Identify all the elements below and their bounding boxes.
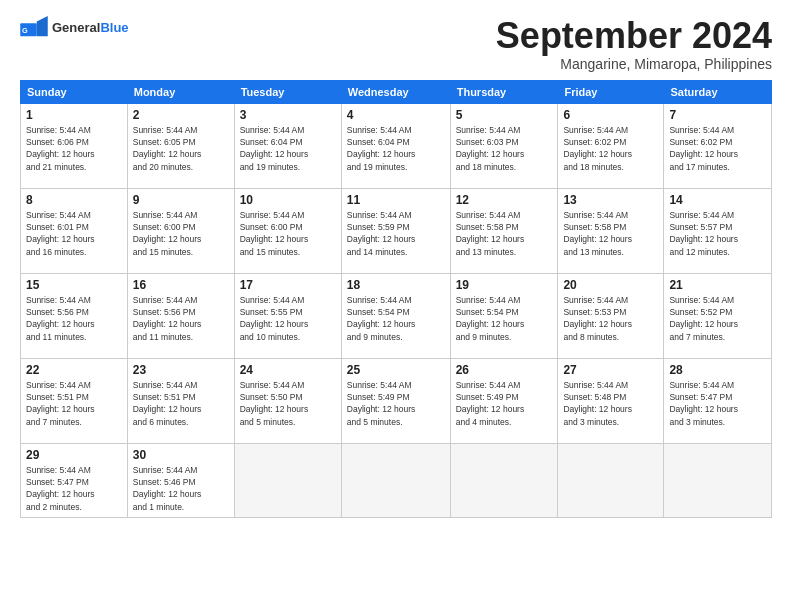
col-wednesday: Wednesday bbox=[341, 80, 450, 103]
day-info: Sunrise: 5:44 AM Sunset: 5:50 PM Dayligh… bbox=[240, 379, 336, 428]
table-row: 6Sunrise: 5:44 AM Sunset: 6:02 PM Daylig… bbox=[558, 103, 664, 188]
table-row: 10Sunrise: 5:44 AM Sunset: 6:00 PM Dayli… bbox=[234, 188, 341, 273]
day-info: Sunrise: 5:44 AM Sunset: 5:47 PM Dayligh… bbox=[26, 464, 122, 513]
location: Mangarine, Mimaropa, Philippines bbox=[496, 56, 772, 72]
day-info: Sunrise: 5:44 AM Sunset: 5:48 PM Dayligh… bbox=[563, 379, 658, 428]
day-number: 23 bbox=[133, 363, 229, 377]
day-info: Sunrise: 5:44 AM Sunset: 5:58 PM Dayligh… bbox=[456, 209, 553, 258]
day-number: 26 bbox=[456, 363, 553, 377]
col-tuesday: Tuesday bbox=[234, 80, 341, 103]
table-row: 13Sunrise: 5:44 AM Sunset: 5:58 PM Dayli… bbox=[558, 188, 664, 273]
calendar-table: Sunday Monday Tuesday Wednesday Thursday… bbox=[20, 80, 772, 518]
table-row: 30Sunrise: 5:44 AM Sunset: 5:46 PM Dayli… bbox=[127, 443, 234, 517]
table-row bbox=[341, 443, 450, 517]
day-number: 1 bbox=[26, 108, 122, 122]
table-row: 1Sunrise: 5:44 AM Sunset: 6:06 PM Daylig… bbox=[21, 103, 128, 188]
table-row: 7Sunrise: 5:44 AM Sunset: 6:02 PM Daylig… bbox=[664, 103, 772, 188]
day-info: Sunrise: 5:44 AM Sunset: 5:52 PM Dayligh… bbox=[669, 294, 766, 343]
table-row: 11Sunrise: 5:44 AM Sunset: 5:59 PM Dayli… bbox=[341, 188, 450, 273]
table-row: 28Sunrise: 5:44 AM Sunset: 5:47 PM Dayli… bbox=[664, 358, 772, 443]
col-monday: Monday bbox=[127, 80, 234, 103]
day-number: 14 bbox=[669, 193, 766, 207]
day-info: Sunrise: 5:44 AM Sunset: 6:00 PM Dayligh… bbox=[133, 209, 229, 258]
day-number: 15 bbox=[26, 278, 122, 292]
day-info: Sunrise: 5:44 AM Sunset: 6:06 PM Dayligh… bbox=[26, 124, 122, 173]
logo: G GeneralBlue bbox=[20, 16, 129, 38]
page: G GeneralBlue September 2024 Mangarine, … bbox=[0, 0, 792, 612]
day-info: Sunrise: 5:44 AM Sunset: 5:59 PM Dayligh… bbox=[347, 209, 445, 258]
day-info: Sunrise: 5:44 AM Sunset: 6:02 PM Dayligh… bbox=[563, 124, 658, 173]
day-info: Sunrise: 5:44 AM Sunset: 5:51 PM Dayligh… bbox=[133, 379, 229, 428]
day-number: 22 bbox=[26, 363, 122, 377]
table-row: 5Sunrise: 5:44 AM Sunset: 6:03 PM Daylig… bbox=[450, 103, 558, 188]
day-number: 10 bbox=[240, 193, 336, 207]
table-row: 27Sunrise: 5:44 AM Sunset: 5:48 PM Dayli… bbox=[558, 358, 664, 443]
day-info: Sunrise: 5:44 AM Sunset: 6:05 PM Dayligh… bbox=[133, 124, 229, 173]
svg-marker-1 bbox=[37, 16, 48, 36]
month-title: September 2024 bbox=[496, 16, 772, 56]
table-row bbox=[664, 443, 772, 517]
table-row: 26Sunrise: 5:44 AM Sunset: 5:49 PM Dayli… bbox=[450, 358, 558, 443]
table-row: 22Sunrise: 5:44 AM Sunset: 5:51 PM Dayli… bbox=[21, 358, 128, 443]
day-number: 5 bbox=[456, 108, 553, 122]
logo-general: General bbox=[52, 20, 100, 35]
col-thursday: Thursday bbox=[450, 80, 558, 103]
day-number: 19 bbox=[456, 278, 553, 292]
table-row: 3Sunrise: 5:44 AM Sunset: 6:04 PM Daylig… bbox=[234, 103, 341, 188]
day-info: Sunrise: 5:44 AM Sunset: 6:02 PM Dayligh… bbox=[669, 124, 766, 173]
day-number: 21 bbox=[669, 278, 766, 292]
table-row: 8Sunrise: 5:44 AM Sunset: 6:01 PM Daylig… bbox=[21, 188, 128, 273]
day-info: Sunrise: 5:44 AM Sunset: 6:01 PM Dayligh… bbox=[26, 209, 122, 258]
col-friday: Friday bbox=[558, 80, 664, 103]
day-info: Sunrise: 5:44 AM Sunset: 5:56 PM Dayligh… bbox=[26, 294, 122, 343]
table-row bbox=[234, 443, 341, 517]
col-saturday: Saturday bbox=[664, 80, 772, 103]
day-info: Sunrise: 5:44 AM Sunset: 5:53 PM Dayligh… bbox=[563, 294, 658, 343]
logo-blue: Blue bbox=[100, 20, 128, 35]
day-number: 20 bbox=[563, 278, 658, 292]
day-number: 24 bbox=[240, 363, 336, 377]
day-info: Sunrise: 5:44 AM Sunset: 5:47 PM Dayligh… bbox=[669, 379, 766, 428]
day-number: 11 bbox=[347, 193, 445, 207]
day-number: 17 bbox=[240, 278, 336, 292]
day-info: Sunrise: 5:44 AM Sunset: 6:04 PM Dayligh… bbox=[240, 124, 336, 173]
day-number: 12 bbox=[456, 193, 553, 207]
day-number: 28 bbox=[669, 363, 766, 377]
table-row: 15Sunrise: 5:44 AM Sunset: 5:56 PM Dayli… bbox=[21, 273, 128, 358]
day-number: 30 bbox=[133, 448, 229, 462]
header: G GeneralBlue September 2024 Mangarine, … bbox=[20, 16, 772, 72]
day-info: Sunrise: 5:44 AM Sunset: 5:55 PM Dayligh… bbox=[240, 294, 336, 343]
svg-text:G: G bbox=[22, 26, 28, 35]
calendar-header-row: Sunday Monday Tuesday Wednesday Thursday… bbox=[21, 80, 772, 103]
table-row: 25Sunrise: 5:44 AM Sunset: 5:49 PM Dayli… bbox=[341, 358, 450, 443]
day-info: Sunrise: 5:44 AM Sunset: 5:54 PM Dayligh… bbox=[456, 294, 553, 343]
table-row: 12Sunrise: 5:44 AM Sunset: 5:58 PM Dayli… bbox=[450, 188, 558, 273]
day-number: 16 bbox=[133, 278, 229, 292]
table-row: 20Sunrise: 5:44 AM Sunset: 5:53 PM Dayli… bbox=[558, 273, 664, 358]
table-row: 24Sunrise: 5:44 AM Sunset: 5:50 PM Dayli… bbox=[234, 358, 341, 443]
table-row: 23Sunrise: 5:44 AM Sunset: 5:51 PM Dayli… bbox=[127, 358, 234, 443]
day-number: 2 bbox=[133, 108, 229, 122]
table-row: 19Sunrise: 5:44 AM Sunset: 5:54 PM Dayli… bbox=[450, 273, 558, 358]
day-info: Sunrise: 5:44 AM Sunset: 5:57 PM Dayligh… bbox=[669, 209, 766, 258]
day-info: Sunrise: 5:44 AM Sunset: 6:03 PM Dayligh… bbox=[456, 124, 553, 173]
table-row: 18Sunrise: 5:44 AM Sunset: 5:54 PM Dayli… bbox=[341, 273, 450, 358]
day-number: 25 bbox=[347, 363, 445, 377]
table-row: 21Sunrise: 5:44 AM Sunset: 5:52 PM Dayli… bbox=[664, 273, 772, 358]
table-row: 4Sunrise: 5:44 AM Sunset: 6:04 PM Daylig… bbox=[341, 103, 450, 188]
day-info: Sunrise: 5:44 AM Sunset: 5:46 PM Dayligh… bbox=[133, 464, 229, 513]
table-row: 16Sunrise: 5:44 AM Sunset: 5:56 PM Dayli… bbox=[127, 273, 234, 358]
table-row: 17Sunrise: 5:44 AM Sunset: 5:55 PM Dayli… bbox=[234, 273, 341, 358]
table-row: 2Sunrise: 5:44 AM Sunset: 6:05 PM Daylig… bbox=[127, 103, 234, 188]
day-info: Sunrise: 5:44 AM Sunset: 5:49 PM Dayligh… bbox=[456, 379, 553, 428]
day-number: 8 bbox=[26, 193, 122, 207]
day-info: Sunrise: 5:44 AM Sunset: 5:58 PM Dayligh… bbox=[563, 209, 658, 258]
day-info: Sunrise: 5:44 AM Sunset: 5:51 PM Dayligh… bbox=[26, 379, 122, 428]
day-info: Sunrise: 5:44 AM Sunset: 5:54 PM Dayligh… bbox=[347, 294, 445, 343]
day-info: Sunrise: 5:44 AM Sunset: 6:04 PM Dayligh… bbox=[347, 124, 445, 173]
day-info: Sunrise: 5:44 AM Sunset: 6:00 PM Dayligh… bbox=[240, 209, 336, 258]
logo-icon: G bbox=[20, 16, 48, 38]
day-number: 7 bbox=[669, 108, 766, 122]
day-number: 27 bbox=[563, 363, 658, 377]
day-number: 3 bbox=[240, 108, 336, 122]
